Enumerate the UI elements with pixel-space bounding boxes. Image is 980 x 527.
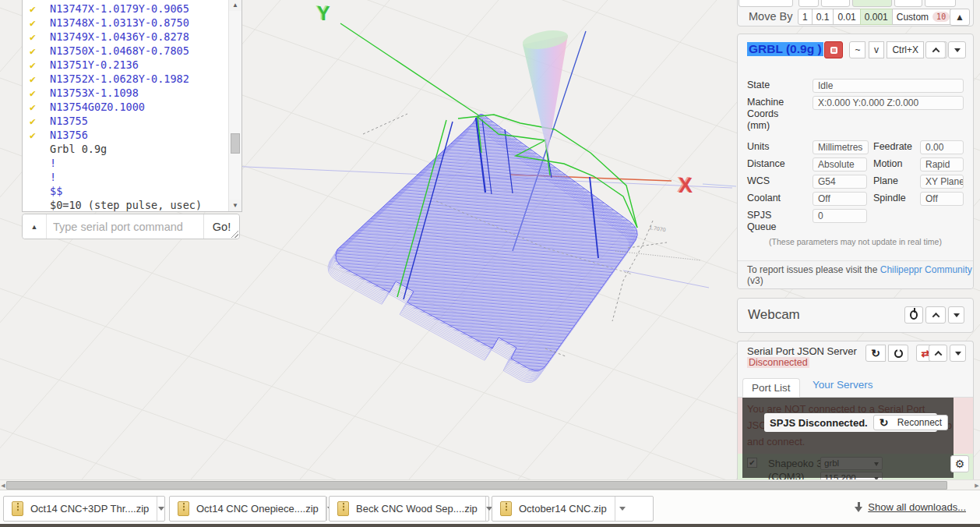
distance-label: Distance xyxy=(747,158,802,170)
console-line: ✔N13751Y-0.2136 xyxy=(30,58,228,72)
state-value: Idle xyxy=(813,79,964,93)
spjs-refresh-button[interactable]: ↻ xyxy=(865,345,886,362)
step-0.01-button[interactable]: 0.01 xyxy=(833,9,860,25)
step-custom-button[interactable]: Custom 10 xyxy=(892,9,954,25)
download-item[interactable]: Beck CNC Wood Sep....zip xyxy=(329,496,489,522)
check-icon: ✔ xyxy=(30,30,50,44)
grbl-footer: To report issues please visit the Chilip… xyxy=(738,260,973,288)
check-icon: ✔ xyxy=(30,16,50,30)
spjs-title: Serial Port JSON Server xyxy=(747,345,857,357)
motion-value: Rapid xyxy=(920,157,964,172)
grbl-header: GRBL (0.9g ) ~ v Ctrl+X ⚙ xyxy=(738,34,973,63)
scroll-down-button[interactable]: ▼ xyxy=(229,200,241,211)
feed-hold-button[interactable]: ~ xyxy=(849,41,865,58)
state-label: State xyxy=(747,80,802,91)
spjs-tabs: Port List Your Servers xyxy=(738,377,973,398)
plane-label: Plane xyxy=(873,175,918,186)
spjs-menu-button[interactable] xyxy=(950,345,966,362)
console-line: ✔N13752X-1.0628Y-0.1982 xyxy=(30,72,228,86)
console-line: ✔N13750X-1.0468Y-0.7805 xyxy=(30,44,228,58)
caret-down-icon xyxy=(158,507,164,511)
webcam-power-button[interactable] xyxy=(904,306,923,324)
cut-off-button[interactable] xyxy=(821,0,850,7)
hscrollbar-thumb[interactable] xyxy=(6,481,947,490)
resize-handle-icon[interactable] xyxy=(231,231,238,238)
cut-off-button[interactable] xyxy=(798,0,819,7)
grbl-note: (These parameters may not update in real… xyxy=(747,237,964,246)
download-item[interactable]: Oct14 CNC Onepiece....zip xyxy=(169,496,326,522)
step-0.1-button[interactable]: 0.1 xyxy=(812,9,834,25)
refresh-icon: ↻ xyxy=(871,348,880,359)
serial-command-row: ▲ Go! xyxy=(22,214,240,239)
download-arrow-icon xyxy=(855,502,862,513)
community-link[interactable]: Chilipeppr Community xyxy=(880,264,972,275)
spjs-collapse-button[interactable] xyxy=(929,345,947,362)
grbl-collapse-button[interactable] xyxy=(925,41,946,58)
serial-console-log: ✔N13747X-1.0179Y-0.9065 ✔N13748X-1.0313Y… xyxy=(23,0,228,211)
console-line: ✔N13753X-1.1098 xyxy=(30,86,228,100)
spjs-queue-label: SPJS Queue xyxy=(747,210,802,233)
console-line: ! xyxy=(30,156,228,170)
wcs-label: WCS xyxy=(747,175,802,187)
check-icon: ✔ xyxy=(30,58,50,73)
gear-icon: ⚙ xyxy=(955,458,965,469)
units-label: Units xyxy=(747,141,802,153)
move-by-collapse-button[interactable]: ▲ xyxy=(950,9,970,26)
webcam-collapse-button[interactable] xyxy=(925,306,946,324)
console-line: ! xyxy=(30,170,228,184)
spindle-value: Off xyxy=(920,192,964,206)
tab-your-servers[interactable]: Your Servers xyxy=(805,376,881,394)
spjs-stop-button[interactable] xyxy=(888,345,908,362)
download-menu-arrow[interactable] xyxy=(615,497,630,521)
webcam-menu-button[interactable] xyxy=(948,306,964,324)
chilipeppr-app: 1.7070 Y Y X X ✔N13747X-1.0179Y-0.9065 ✔… xyxy=(0,0,980,527)
check-icon: ✔ xyxy=(30,87,50,101)
resume-button[interactable]: v xyxy=(869,41,884,58)
cut-off-button[interactable] xyxy=(894,0,922,7)
download-menu-arrow[interactable] xyxy=(157,497,164,521)
console-line: Grbl 0.9g xyxy=(30,142,228,156)
horizontal-scrollbar[interactable]: ◀ ▶ xyxy=(0,479,980,490)
command-history-toggle[interactable]: ▲ xyxy=(23,214,47,239)
cut-off-button[interactable] xyxy=(739,0,793,7)
scrollbar-thumb[interactable] xyxy=(231,133,240,154)
check-icon: ✔ xyxy=(30,115,50,129)
grbl-menu-button[interactable] xyxy=(948,41,966,58)
move-by-row: Move By 1 0.1 0.01 0.001 Custom 10 ▲ xyxy=(738,9,973,26)
stop-icon xyxy=(830,47,837,54)
check-icon: ✔ xyxy=(30,73,50,87)
motion-label: Motion xyxy=(873,158,918,169)
grbl-title: GRBL (0.9g ) xyxy=(747,42,823,56)
tab-port-list[interactable]: Port List xyxy=(742,378,800,398)
serial-command-input[interactable] xyxy=(47,214,203,239)
download-item[interactable]: Oct14 CNC+3DP Thr....zip xyxy=(3,496,165,522)
spjs-status-badge: Disconnected xyxy=(747,357,809,368)
console-line: $$ xyxy=(30,184,228,198)
download-item[interactable]: October14 CNC.zip xyxy=(492,496,654,522)
serial-console: ✔N13747X-1.0179Y-0.9065 ✔N13748X-1.0313Y… xyxy=(22,0,242,212)
console-line: ✔N13756 xyxy=(30,128,228,142)
spindle-label: Spindle xyxy=(873,193,918,203)
cut-off-button[interactable] xyxy=(925,0,956,7)
zip-file-icon xyxy=(178,501,189,516)
step-0.001-button[interactable]: 0.001 xyxy=(860,9,893,25)
console-scrollbar[interactable]: ▲ ▼ xyxy=(228,0,241,211)
spjs-disconnected-text: SPJS Disconnected. xyxy=(770,417,868,429)
step-1-button[interactable]: 1 xyxy=(798,9,813,25)
scroll-up-button[interactable]: ▲ xyxy=(229,0,241,11)
soft-reset-button[interactable]: Ctrl+X xyxy=(887,41,924,58)
x-axis-label: X xyxy=(679,174,693,197)
coolant-label: Coolant xyxy=(747,193,802,204)
caret-down-icon xyxy=(954,313,960,317)
stop-button[interactable] xyxy=(824,41,843,58)
show-all-downloads-link[interactable]: Show all downloads... xyxy=(855,501,966,513)
refresh-icon: ↻ xyxy=(880,417,889,428)
spjs-queue-value: 0 xyxy=(813,209,867,223)
check-icon: ✔ xyxy=(30,129,50,143)
go-button[interactable]: Go! xyxy=(203,214,239,239)
reconnect-button[interactable]: ↻ Reconnect xyxy=(873,415,948,430)
cut-off-button[interactable] xyxy=(852,0,892,7)
caret-down-icon xyxy=(619,507,626,511)
port-settings-button[interactable]: ⚙ xyxy=(950,455,969,472)
move-by-label: Move By xyxy=(749,10,792,23)
